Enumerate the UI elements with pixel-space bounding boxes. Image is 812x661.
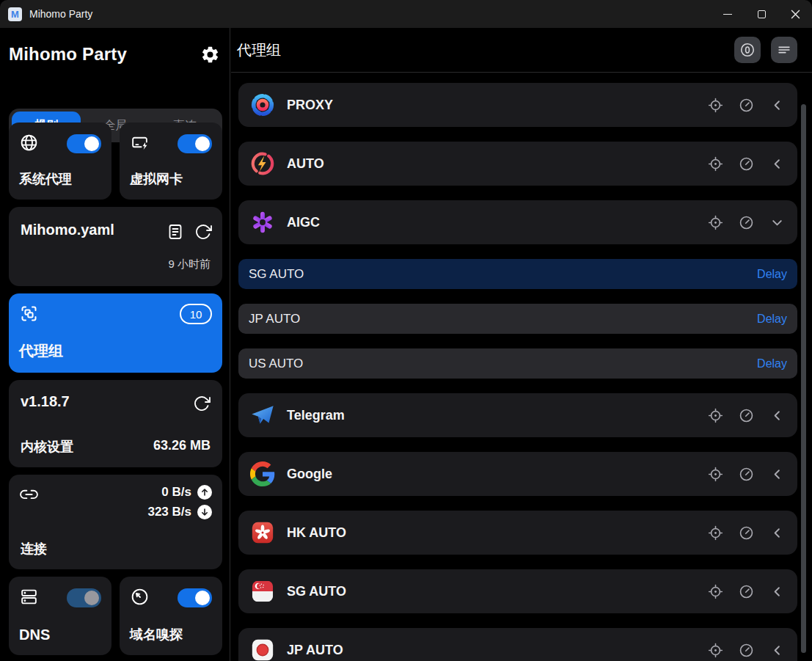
telegram-icon: [250, 403, 275, 428]
delay-test-icon[interactable]: [737, 213, 755, 231]
maximize-button[interactable]: [745, 0, 778, 28]
chevron-left-icon[interactable]: [768, 465, 786, 483]
chevron-down-icon[interactable]: [768, 213, 786, 231]
lightning-ring-icon: [250, 151, 275, 176]
openai-logo-icon: [250, 210, 275, 235]
close-icon: [791, 10, 800, 19]
download-rate: 323 B/s: [147, 505, 191, 519]
sniff-toggle[interactable]: [178, 588, 212, 607]
delay-test-icon[interactable]: [737, 465, 755, 483]
locate-icon[interactable]: [706, 524, 724, 541]
proxy-node-name: JP AUTO: [249, 312, 300, 326]
delay-test-icon[interactable]: [737, 406, 755, 424]
locate-icon[interactable]: [706, 641, 724, 659]
connections-label: 连接: [21, 540, 47, 558]
locate-icon[interactable]: [706, 406, 724, 424]
proxy-group-name: Telegram: [287, 408, 345, 423]
close-button[interactable]: [778, 0, 812, 28]
connections-card[interactable]: 0 B/s 323 B/s 连接: [9, 475, 222, 569]
proxy-group-name: JP AUTO: [287, 643, 343, 658]
locate-icon[interactable]: [706, 155, 724, 172]
gear-icon: [200, 45, 220, 65]
proxy-group-name: Google: [287, 467, 332, 482]
tun-label: 虚拟网卡: [130, 170, 183, 188]
profile-edit-icon[interactable]: [167, 223, 184, 241]
proxy-groups-card[interactable]: 10 代理组: [9, 293, 222, 373]
core-restart-icon[interactable]: [193, 395, 211, 412]
sniffer-icon: [130, 587, 150, 607]
scrollbar-thumb[interactable]: [801, 104, 806, 653]
chevron-left-icon[interactable]: [768, 641, 786, 659]
dns-server-icon: [19, 587, 39, 607]
proxy-group-name: PROXY: [287, 98, 333, 113]
profile-card[interactable]: Mihomo.yaml 9 小时前: [9, 207, 222, 286]
layout-toggle-button[interactable]: [771, 37, 797, 63]
chevron-left-icon[interactable]: [768, 583, 786, 600]
delay-button[interactable]: Delay: [757, 268, 787, 281]
download-arrow-icon: [197, 505, 212, 519]
delay-test-icon[interactable]: [737, 641, 755, 659]
chevron-left-icon[interactable]: [768, 524, 786, 541]
proxy-node-name: SG AUTO: [249, 267, 304, 282]
proxy-group-row[interactable]: AUTO: [238, 142, 797, 186]
proxy-ring-icon: [250, 92, 275, 117]
delay-test-icon[interactable]: [737, 155, 755, 172]
delay-test-icon[interactable]: [737, 524, 755, 541]
profile-name: Mihomo.yaml: [21, 222, 114, 238]
dns-toggle[interactable]: [67, 588, 101, 607]
proxy-group-row[interactable]: HK AUTO: [238, 511, 797, 555]
profile-refresh-icon[interactable]: [194, 223, 212, 241]
tun-toggle[interactable]: [178, 134, 212, 153]
chevron-left-icon[interactable]: [768, 96, 786, 114]
sniff-card[interactable]: 域名嗅探: [120, 577, 222, 655]
delay-test-icon[interactable]: [737, 583, 755, 600]
proxy-group-row[interactable]: Telegram: [238, 393, 797, 437]
zero-circle-icon: [739, 42, 756, 58]
proxy-group-row[interactable]: PROXY: [238, 83, 797, 127]
link-icon: [19, 485, 39, 505]
chevron-left-icon[interactable]: [768, 406, 786, 424]
system-proxy-toggle[interactable]: [67, 134, 101, 153]
locate-icon[interactable]: [706, 96, 724, 114]
locate-icon[interactable]: [706, 583, 724, 600]
sniff-label: 域名嗅探: [130, 626, 183, 643]
proxy-group-name: AIGC: [287, 215, 320, 230]
tun-card[interactable]: 虚拟网卡: [120, 123, 222, 200]
core-card[interactable]: v1.18.7 内核设置 63.26 MB: [9, 380, 222, 467]
core-version: v1.18.7: [21, 393, 70, 410]
system-proxy-card[interactable]: 系统代理: [9, 123, 111, 200]
proxy-node-row[interactable]: US AUTO Delay: [238, 348, 797, 379]
text-lines-icon: [776, 42, 792, 58]
dns-label: DNS: [19, 627, 50, 643]
delay-button[interactable]: Delay: [757, 357, 787, 370]
locate-icon[interactable]: [706, 465, 724, 483]
upload-rate: 0 B/s: [161, 485, 191, 500]
proxy-node-row[interactable]: JP AUTO Delay: [238, 304, 797, 334]
proxy-group-row[interactable]: AIGC: [238, 200, 797, 244]
virtual-nic-icon: [130, 133, 150, 153]
sidebar-app-title: Mihomo Party: [9, 44, 127, 65]
minimize-icon: [723, 14, 732, 15]
minimize-button[interactable]: [711, 0, 745, 28]
chevron-left-icon[interactable]: [768, 155, 786, 172]
proxy-group-row[interactable]: Google: [238, 452, 797, 496]
proxy-group-list: PROXY AUTO AIGC: [238, 73, 797, 661]
delay-button[interactable]: Delay: [757, 313, 787, 326]
google-icon: [250, 461, 275, 486]
settings-button[interactable]: [199, 43, 221, 65]
proxy-groups-label: 代理组: [19, 341, 63, 361]
proxy-group-row[interactable]: JP AUTO: [238, 628, 797, 661]
delay-test-icon[interactable]: [737, 96, 755, 114]
proxy-node-row[interactable]: SG AUTO Delay: [238, 259, 797, 289]
globe-icon: [19, 133, 39, 153]
main-header: 代理组: [231, 28, 812, 73]
dns-card[interactable]: DNS: [9, 577, 111, 655]
proxy-group-row[interactable]: SG AUTO: [238, 569, 797, 613]
titlebar: M Mihomo Party: [0, 0, 812, 28]
locate-icon[interactable]: [706, 213, 724, 231]
sidebar: Mihomo Party 规则 全局 直连 系统代理: [0, 28, 230, 661]
hk-flag-icon: [250, 520, 275, 545]
upload-arrow-icon: [197, 485, 212, 500]
collapse-all-button[interactable]: [734, 37, 761, 63]
jp-flag-icon: [250, 638, 275, 661]
